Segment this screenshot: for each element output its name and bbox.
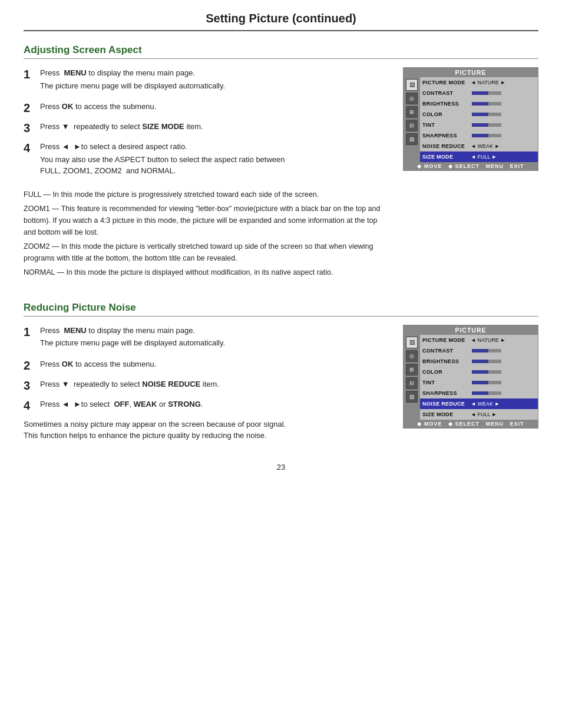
step4-zoom1: ZOOM1 bbox=[63, 166, 90, 175]
tv-icon2-3: ⊞ bbox=[406, 364, 418, 375]
tv2-bar-sharpness-empty bbox=[488, 391, 501, 395]
tv2-bar-contrast-empty bbox=[488, 349, 501, 353]
step2-key-ok: OK bbox=[62, 102, 74, 111]
s2-step2-text: Press OK to access the submenu. bbox=[40, 358, 156, 370]
tv2-bar-contrast bbox=[472, 349, 501, 353]
tv-menu1-footer: ◆ MOVE ◆ SELECT MENU EXIT bbox=[404, 162, 538, 170]
desc-normal: NORMAL — In this mode the picture is dis… bbox=[24, 266, 391, 278]
tv-menu-1: PICTURE 🖼 ◎ ⊞ ⊟ ▤ PICTURE MODE ◄ NATURE … bbox=[403, 67, 538, 171]
tv-bar-contrast-empty bbox=[488, 91, 501, 95]
section2-step4: 4 Press ◄ ►to select OFF, WEAK or STRONG… bbox=[24, 398, 391, 413]
section2-steps: 1 Press MENU to display the menu main pa… bbox=[24, 325, 391, 445]
section-reducing-picture-noise: Reducing Picture Noise 1 Press MENU to d… bbox=[24, 302, 538, 445]
tv2-row-sharpness: SHARPNESS bbox=[420, 388, 538, 398]
step4-zoom2: ZOOM2 bbox=[95, 166, 122, 175]
tv-label-size-mode: SIZE MODE bbox=[422, 154, 470, 160]
tv-menu2-title: PICTURE bbox=[404, 325, 538, 335]
tv-bar-sharpness-empty bbox=[488, 134, 501, 137]
step4-full: FULL bbox=[40, 166, 59, 175]
tv-menu1-body: 🖼 ◎ ⊞ ⊟ ▤ PICTURE MODE ◄ NATURE ► CONTRA… bbox=[404, 77, 538, 162]
tv2-value-noise-reduce: ◄ WEAK ► bbox=[471, 401, 500, 407]
tv-value-picture-mode: ◄ NATURE ► bbox=[471, 80, 505, 85]
section1-title: Adjusting Screen Aspect bbox=[24, 44, 538, 56]
section1-step2: 2 Press OK to access the submenu. bbox=[24, 101, 391, 115]
tv-bar-contrast-filled bbox=[472, 91, 488, 95]
tv2-bar-color-empty bbox=[488, 370, 501, 374]
tv-row-color: COLOR bbox=[420, 109, 538, 120]
tv-value-noise-reduce: ◄ WEAK ► bbox=[471, 143, 500, 149]
section1-step1: 1 Press MENU to display the menu main pa… bbox=[24, 67, 391, 95]
tv-bar-contrast bbox=[472, 91, 501, 95]
s2-step1-text: Press MENU to display the menu main page… bbox=[40, 325, 225, 337]
step4-aspect-bold: ASPECT bbox=[115, 155, 146, 164]
tv2-value-picture-mode: ◄ NATURE ► bbox=[471, 337, 505, 343]
tv-label-sharpness: SHARPNESS bbox=[422, 133, 470, 139]
section1-content: 1 Press MENU to display the menu main pa… bbox=[24, 67, 538, 281]
step4-text: Press ◄ ►to select a desired aspect rati… bbox=[40, 141, 285, 153]
tv2-label-contrast: CONTRAST bbox=[422, 348, 470, 354]
tv-icon2-pic: 🖼 bbox=[406, 337, 418, 348]
tv-icon1-2: ◎ bbox=[406, 93, 418, 104]
section2-content: 1 Press MENU to display the menu main pa… bbox=[24, 325, 538, 445]
tv-label-brightness: BRIGHTNESS bbox=[422, 101, 470, 107]
s2-step2-key-ok: OK bbox=[62, 360, 74, 368]
tv-row-tint: TINT bbox=[420, 120, 538, 130]
section2-divider bbox=[24, 316, 538, 317]
tv-icon1-5: ▤ bbox=[406, 133, 418, 145]
tv-menu2-icons: 🖼 ◎ ⊞ ⊟ ▤ bbox=[404, 335, 420, 420]
tv-label-tint: TINT bbox=[422, 122, 470, 128]
s2-step2-num: 2 bbox=[24, 358, 40, 373]
tv-row-sharpness: SHARPNESS bbox=[420, 130, 538, 141]
tv-icon1-3: ⊞ bbox=[406, 106, 418, 118]
tv2-bar-tint bbox=[472, 381, 501, 384]
tv-bar-brightness bbox=[472, 102, 501, 106]
tv-bar-brightness-empty bbox=[488, 102, 501, 106]
section1-step4: 4 Press ◄ ►to select a desired aspect ra… bbox=[24, 141, 391, 180]
section2-step2: 2 Press OK to access the submenu. bbox=[24, 358, 391, 373]
desc-zoom1-term: ZOOM1 bbox=[24, 205, 49, 213]
tv2-bar-tint-empty bbox=[488, 381, 501, 384]
s2-step3-text: Press ▼ repeatedly to select NOISE REDUC… bbox=[40, 378, 219, 390]
step1-key-menu: MENU bbox=[64, 68, 86, 77]
tv-row-picture-mode: PICTURE MODE ◄ NATURE ► bbox=[420, 77, 538, 88]
section2-note: Sometimes a noisy picture may appear on … bbox=[24, 419, 391, 442]
tv-value-size-mode: ◄ FULL ► bbox=[471, 154, 497, 160]
section-adjusting-screen-aspect: Adjusting Screen Aspect 1 Press MENU to … bbox=[24, 44, 538, 281]
section1-steps: 1 Press MENU to display the menu main pa… bbox=[24, 67, 391, 281]
tv-label-noise-reduce: NOISE REDUCE bbox=[422, 143, 470, 149]
tv2-row-picture-mode: PICTURE MODE ◄ NATURE ► bbox=[420, 335, 538, 345]
s2-step4-text: Press ◄ ►to select OFF, WEAK or STRONG. bbox=[40, 398, 203, 410]
desc-full: FULL — In this mode the picture is progr… bbox=[24, 189, 391, 200]
section1-descriptions: FULL — In this mode the picture is progr… bbox=[24, 189, 391, 278]
tv-bar-tint bbox=[472, 123, 501, 127]
tv-menu2-footer: ◆ MOVE ◆ SELECT MENU EXIT bbox=[404, 420, 538, 428]
step3-num: 3 bbox=[24, 121, 40, 135]
tv2-label-color: COLOR bbox=[422, 369, 470, 375]
tv2-bar-brightness-filled bbox=[472, 360, 488, 363]
tv2-label-noise-reduce: NOISE REDUCE bbox=[422, 401, 470, 407]
tv2-bar-tint-filled bbox=[472, 381, 488, 384]
step2-num: 2 bbox=[24, 101, 40, 115]
tv2-bar-brightness-empty bbox=[488, 360, 501, 363]
step4-normal: NORMAL bbox=[141, 166, 174, 175]
tv-bar-sharpness-filled bbox=[472, 134, 488, 137]
section2-step3: 3 Press ▼ repeatedly to select NOISE RED… bbox=[24, 378, 391, 393]
s2-step1-sub: The picture menu page will be displayed … bbox=[40, 337, 225, 349]
tv-menu1-icons: 🖼 ◎ ⊞ ⊟ ▤ bbox=[404, 77, 420, 162]
step4-num: 4 bbox=[24, 141, 40, 155]
section2-title: Reducing Picture Noise bbox=[24, 302, 538, 314]
s2-step4-strong: STRONG bbox=[168, 400, 201, 409]
desc-zoom1: ZOOM1 — This feature is recommended for … bbox=[24, 203, 391, 238]
tv2-label-picture-mode: PICTURE MODE bbox=[422, 337, 470, 343]
tv2-row-brightness: BRIGHTNESS bbox=[420, 356, 538, 367]
tv2-row-color: COLOR bbox=[420, 367, 538, 377]
tv-bar-brightness-filled bbox=[472, 102, 488, 106]
step1-sub: The picture menu page will be displayed … bbox=[40, 80, 225, 92]
tv-label-picture-mode: PICTURE MODE bbox=[422, 80, 470, 85]
step3-text: Press ▼ repeatedly to select SIZE MODE i… bbox=[40, 121, 203, 133]
tv2-label-sharpness: SHARPNESS bbox=[422, 390, 470, 396]
step1-num: 1 bbox=[24, 67, 40, 81]
tv2-bar-contrast-filled bbox=[472, 349, 488, 353]
tv-label-contrast: CONTRAST bbox=[422, 90, 470, 96]
tv2-label-tint: TINT bbox=[422, 380, 470, 386]
